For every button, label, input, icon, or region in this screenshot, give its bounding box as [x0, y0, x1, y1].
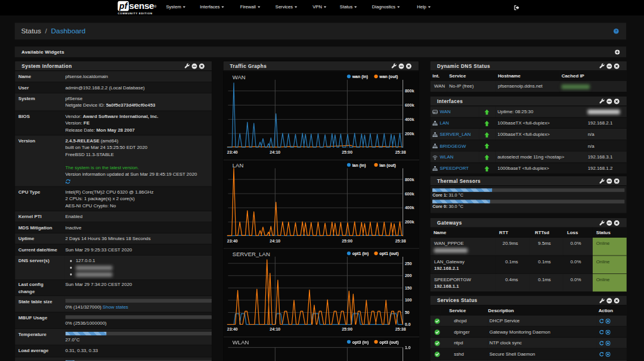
svg-text:400k: 400k: [405, 206, 414, 210]
svg-text:1.0: 1.0: [405, 346, 411, 350]
svg-text:25:00: 25:00: [342, 239, 352, 243]
svg-text:200k: 200k: [405, 220, 414, 224]
svg-text:24:10: 24:10: [270, 150, 280, 154]
svg-text:lan (out): lan (out): [379, 163, 396, 168]
svg-text:SERVER_LAN: SERVER_LAN: [233, 251, 270, 257]
svg-text:200k: 200k: [405, 132, 414, 136]
svg-text:LAN: LAN: [233, 162, 244, 169]
svg-text:opt1 (in): opt1 (in): [352, 251, 369, 256]
svg-text:100: 100: [405, 298, 412, 302]
svg-text:400k: 400k: [405, 117, 414, 122]
svg-text:600k: 600k: [405, 192, 414, 196]
svg-text:800k: 800k: [405, 178, 414, 182]
svg-text:?: ?: [615, 29, 618, 33]
svg-text:wan (in): wan (in): [351, 74, 368, 79]
svg-text:25:38: 25:38: [395, 327, 405, 331]
svg-text:WLAN: WLAN: [233, 339, 249, 346]
svg-text:WAN: WAN: [233, 74, 246, 80]
svg-text:800k: 800k: [405, 89, 414, 93]
svg-text:25:38: 25:38: [395, 239, 405, 243]
svg-text:23:40: 23:40: [227, 239, 238, 243]
svg-text:opt1 (out): opt1 (out): [379, 251, 398, 256]
svg-text:0.0: 0.0: [405, 322, 411, 326]
svg-text:50: 50: [405, 310, 410, 315]
svg-text:23:40: 23:40: [227, 327, 238, 331]
svg-text:250: 250: [405, 262, 412, 266]
svg-text:24:10: 24:10: [270, 327, 280, 331]
svg-text:opt3 (in): opt3 (in): [352, 340, 369, 345]
svg-text:opt3 (out): opt3 (out): [379, 340, 398, 345]
svg-text:wan (out): wan (out): [379, 74, 398, 79]
svg-text:lan (in): lan (in): [352, 163, 366, 168]
svg-text:25:38: 25:38: [395, 150, 405, 154]
svg-text:23:40: 23:40: [227, 150, 238, 154]
svg-text:25:00: 25:00: [342, 150, 352, 154]
svg-text:200: 200: [405, 273, 412, 278]
svg-text:150: 150: [405, 286, 412, 290]
svg-text:25:00: 25:00: [342, 327, 352, 331]
svg-text:600k: 600k: [405, 103, 414, 107]
svg-text:24:10: 24:10: [270, 239, 280, 243]
